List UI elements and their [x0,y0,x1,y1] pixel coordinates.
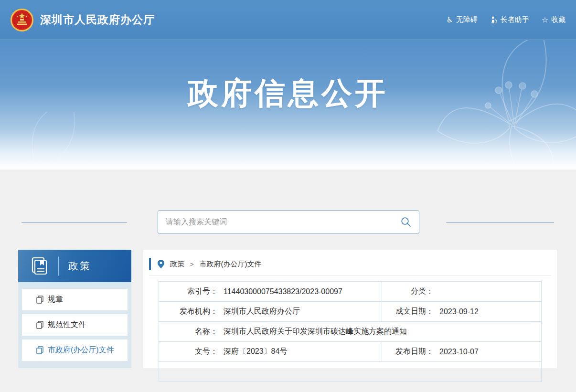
category-label: 分类： [382,286,434,297]
national-emblem-logo [11,9,33,32]
publish-date-label: 发布日期： [382,347,434,357]
index-number-value: 114403000075433823/2023-00097 [224,287,342,296]
document-number-label: 文号： [159,347,218,357]
search-icon[interactable] [401,217,411,227]
written-date-label: 成文日期： [382,307,434,317]
table-row [159,362,541,382]
document-name-value: 深圳市人民政府关于印发深圳市碳达峰实施方案的通知 [224,327,407,337]
publish-date-cell: 发布日期： 2023-10-07 [382,342,541,361]
sidebar-item-normative-documents[interactable]: 规范性文件 [22,314,128,336]
top-header-bar: 深圳市人民政府办公厅 ♿ 无障碍 长者助手 ☆ 收藏 [0,0,576,40]
content-row: 政策 规章 规范性文件 [18,250,557,368]
flower-decoration-icon [0,112,96,170]
sidebar-item-label: 规章 [48,295,63,305]
sidebar-item-regulations[interactable]: 规章 [22,289,128,310]
index-number-label: 索引号： [159,286,218,297]
favorite-label: 收藏 [551,15,565,24]
accessibility-link[interactable]: ♿ 无障碍 [446,15,477,24]
document-name-cell: 名称： 深圳市人民政府关于印发深圳市碳达峰实施方案的通知 [159,322,541,341]
breadcrumb-item-municipal-documents[interactable]: 市政府(办公厅)文件 [200,260,262,269]
document-number-value: 深府〔2023〕84号 [224,347,287,357]
sidebar-item-label: 市政府(办公厅)文件 [48,345,114,355]
page-title: 政府信息公开 [0,73,576,114]
sidebar-item-label: 规范性文件 [48,320,86,330]
table-row: 名称： 深圳市人民政府关于印发深圳市碳达峰实施方案的通知 [159,322,541,342]
star-icon: ☆ [542,16,548,24]
breadcrumb-accent-bar [149,258,151,270]
document-name-label: 名称： [159,327,218,337]
accessibility-label: 无障碍 [456,15,478,24]
written-date-value: 2023-09-12 [439,307,479,316]
document-icon [36,296,43,304]
publish-date-value: 2023-10-07 [439,348,479,356]
breadcrumb-item-policy[interactable]: 政策 [170,260,184,269]
book-icon [30,256,49,275]
elder-assistant-label: 长者助手 [501,15,529,24]
document-meta-table: 索引号： 114403000075433823/2023-00097 分类： 发… [159,281,542,382]
page-banner: 政府信息公开 [0,40,576,170]
location-pin-icon [158,260,164,268]
search-box [158,210,419,234]
sidebar-title: 政策 [68,259,91,273]
sidebar-item-municipal-government-documents[interactable]: 市政府(办公厅)文件 [22,339,128,361]
breadcrumb-separator: > [190,261,194,268]
document-name-suffix: 实施方案的通知 [353,327,407,335]
document-icon [36,346,43,354]
issuing-agency-cell: 发布机构： 深圳市人民政府办公厅 [159,302,382,321]
main-panel: 政策 > 市政府(办公厅)文件 索引号： 114403000075433823/… [143,250,557,368]
document-number-cell: 文号： 深府〔2023〕84号 [159,342,382,361]
decorative-line [21,222,127,222]
issuing-agency-label: 发布机构： [159,307,218,317]
header-utility-links: ♿ 无障碍 长者助手 ☆ 收藏 [446,15,565,24]
sidebar-header: 政策 [18,250,131,282]
policy-sidebar: 政策 规章 规范性文件 [18,250,131,368]
elder-assistant-icon [490,16,498,24]
sidebar-menu: 规章 规范性文件 市政府(办公厅)文件 [18,282,131,365]
breadcrumb: 政策 > 市政府(办公厅)文件 [149,258,551,270]
elder-assistant-link[interactable]: 长者助手 [490,15,529,24]
table-row: 文号： 深府〔2023〕84号 发布日期： 2023-10-07 [159,342,541,362]
content-area: 政策 规章 规范性文件 [0,170,576,392]
category-cell: 分类： [382,282,541,301]
decorative-line [446,222,554,222]
document-icon [36,321,43,329]
sidebar-header-divider [58,256,59,275]
index-number-cell: 索引号： 114403000075433823/2023-00097 [159,282,382,301]
breadcrumb-wrap: 政策 > 市政府(办公厅)文件 [149,258,551,275]
search-input[interactable] [166,218,401,226]
accessibility-icon: ♿ [446,16,453,24]
search-section [0,210,576,234]
issuing-agency-value: 深圳市人民政府办公厅 [224,307,300,317]
table-row: 发布机构： 深圳市人民政府办公厅 成文日期： 2023-09-12 [159,302,541,322]
written-date-cell: 成文日期： 2023-09-12 [382,302,541,321]
document-name-prefix: 深圳市人民政府关于印发深圳市碳达 [224,327,346,335]
site-title: 深圳市人民政府办公厅 [40,12,155,27]
document-name-highlight: 峰 [346,327,353,335]
favorite-link[interactable]: ☆ 收藏 [542,15,565,24]
table-row: 索引号： 114403000075433823/2023-00097 分类： [159,282,541,302]
